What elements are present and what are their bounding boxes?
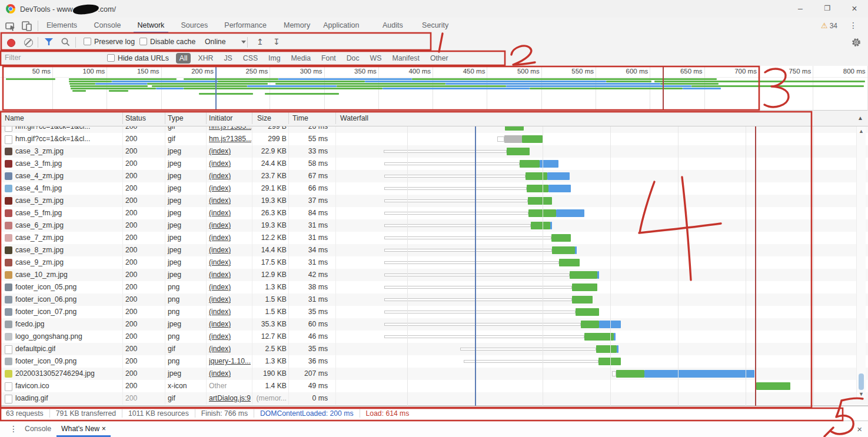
filter-pill-manifest[interactable]: Manifest <box>388 53 423 64</box>
table-row[interactable]: case_5_fm.jpg200jpeg(index)26.3 KB84 ms <box>0 207 868 219</box>
table-row[interactable]: case_4_fm.jpg200jpeg(index)29.1 KB66 ms <box>0 182 868 195</box>
column-header-size[interactable]: Size <box>257 111 271 126</box>
import-har-icon[interactable]: ↥ <box>257 37 264 46</box>
drawer-tab-console[interactable]: Console <box>25 421 51 437</box>
table-row[interactable]: footer_icon_06.png200png(index)1.5 KB31 … <box>0 293 868 306</box>
tab-security[interactable]: Security <box>421 18 449 34</box>
column-header-status[interactable]: Status <box>125 111 146 126</box>
cell-initiator[interactable]: (index) <box>209 331 231 343</box>
column-header-time[interactable]: Time <box>292 111 308 126</box>
filter-pill-other[interactable]: Other <box>427 53 452 64</box>
drawer-tab-whats-new[interactable]: What's New × <box>61 421 106 437</box>
disable-cache-checkbox[interactable]: Disable cache <box>139 38 195 46</box>
cell-initiator[interactable]: (index) <box>209 182 231 195</box>
checkbox[interactable] <box>139 38 147 45</box>
column-header-waterfall[interactable]: Waterfall <box>340 111 368 126</box>
table-row[interactable]: case_5_zm.jpg200jpeg(index)19.3 KB37 ms <box>0 195 868 207</box>
table-row[interactable]: 20200313052746294.jpg200jpeg(index)190 K… <box>0 368 868 380</box>
table-row[interactable]: footer_icon_07.png200png(index)1.5 KB35 … <box>0 306 868 318</box>
table-row[interactable]: case_7_zm.jpg200jpeg(index)12.2 KB31 ms <box>0 232 868 244</box>
table-row[interactable]: case_9_zm.jpg200jpeg(index)17.5 KB31 ms <box>0 256 868 269</box>
tab-console[interactable]: Console <box>94 18 122 34</box>
table-row[interactable]: fcedo.jpg200jpeg(index)35.3 KB60 ms <box>0 318 868 331</box>
export-har-icon[interactable]: ↧ <box>273 37 280 46</box>
cell-initiator[interactable]: (index) <box>209 244 231 256</box>
table-row[interactable]: logo_gongshang.png200png(index)12.7 KB46… <box>0 331 868 343</box>
cell-initiator[interactable]: (index) <box>209 343 231 355</box>
tab-close-icon[interactable]: × <box>102 425 106 433</box>
cell-initiator[interactable]: (index) <box>209 281 231 293</box>
cell-initiator[interactable]: (index) <box>209 318 231 331</box>
drawer-close-icon[interactable]: × <box>857 421 862 437</box>
filter-funnel-icon[interactable] <box>45 38 53 46</box>
table-row[interactable]: case_3_zm.jpg200jpeg(index)22.9 KB33 ms <box>0 145 868 158</box>
cell-initiator[interactable]: (index) <box>209 293 231 306</box>
minimize-button[interactable]: – <box>787 0 814 17</box>
close-button[interactable]: × <box>841 0 868 17</box>
tab-performance[interactable]: Performance <box>224 18 267 34</box>
cell-initiator[interactable]: (index) <box>209 232 231 244</box>
filter-pill-font[interactable]: Font <box>318 53 340 64</box>
search-icon[interactable] <box>61 38 70 46</box>
filter-pill-all[interactable]: All <box>176 53 191 64</box>
table-row[interactable]: case_3_fm.jpg200jpeg(index)24.4 KB58 ms <box>0 158 868 170</box>
filter-pill-img[interactable]: Img <box>265 53 284 64</box>
cell-initiator[interactable]: (index) <box>209 306 231 318</box>
record-network-log-button[interactable] <box>7 39 15 47</box>
device-toolbar-icon[interactable] <box>21 21 33 31</box>
column-header-initiator[interactable]: Initiator <box>209 111 232 126</box>
cell-initiator[interactable]: (index) <box>209 219 231 232</box>
table-row[interactable]: case_4_zm.jpg200jpeg(index)23.7 KB67 ms <box>0 170 868 182</box>
table-row[interactable]: favicon.ico200x-iconOther1.4 KB49 ms <box>0 380 868 392</box>
cell-initiator[interactable]: (index) <box>209 368 231 380</box>
cell-initiator[interactable]: (index) <box>209 170 231 182</box>
filter-pill-doc[interactable]: Doc <box>343 53 363 64</box>
throttling-dropdown[interactable]: Online <box>205 38 246 46</box>
console-warning-badge[interactable]: ⚠34 <box>821 18 837 34</box>
scroll-down-icon[interactable]: ▼ <box>858 391 864 397</box>
filter-input[interactable]: Filter <box>5 54 93 62</box>
checkbox[interactable] <box>84 38 91 45</box>
drawer-menu-icon[interactable]: ⋮ <box>9 421 18 437</box>
clear-network-log-icon[interactable] <box>24 38 33 47</box>
settings-gear-icon[interactable] <box>852 38 861 47</box>
table-row[interactable]: hm.gif?cc=1&ck=1&cl...200gifhm.js?1385..… <box>0 133 868 145</box>
maximize-button[interactable]: ❐ <box>814 0 841 17</box>
inspect-element-icon[interactable] <box>5 21 16 31</box>
tab-elements[interactable]: Elements <box>46 18 78 34</box>
tab-application[interactable]: Application <box>322 18 360 34</box>
preserve-log-checkbox[interactable]: Preserve log <box>84 38 135 46</box>
filter-pill-ws[interactable]: WS <box>367 53 385 64</box>
filter-pill-media[interactable]: Media <box>288 53 315 64</box>
table-row[interactable]: footer_icon_09.png200pngjquery-1.10...1.… <box>0 355 868 368</box>
table-row[interactable]: case_6_zm.jpg200jpeg(index)19.3 KB31 ms <box>0 219 868 232</box>
table-row[interactable]: defaultpic.gif200gif(index)2.5 KB35 ms <box>0 343 868 355</box>
network-overview-timeline[interactable]: 50 ms100 ms150 ms200 ms250 ms300 ms350 m… <box>0 66 868 111</box>
cell-initiator[interactable]: (index) <box>209 158 231 170</box>
tab-memory[interactable]: Memory <box>283 18 311 34</box>
table-row[interactable]: case_10_zm.jpg200jpeg(index)12.9 KB42 ms <box>0 269 868 281</box>
filter-pill-js[interactable]: JS <box>220 53 235 64</box>
cell-initiator[interactable]: (index) <box>209 145 231 158</box>
hide-data-urls-checkbox[interactable]: Hide data URLs <box>107 54 169 62</box>
devtools-menu-icon[interactable]: ⋮ <box>849 18 857 34</box>
cell-initiator[interactable]: (index) <box>209 195 231 207</box>
tab-sources[interactable]: Sources <box>180 18 208 34</box>
scroll-up-icon[interactable]: ▲ <box>858 128 864 134</box>
tab-audits[interactable]: Audits <box>382 18 404 34</box>
cell-initiator[interactable]: (index) <box>209 256 231 269</box>
vertical-scrollbar[interactable]: ▲ ▼ <box>856 126 866 399</box>
filter-pill-css[interactable]: CSS <box>240 53 261 64</box>
table-row[interactable]: hm.gif?cc=1&ck=1&cl...200gifhm.js?1385..… <box>0 126 868 133</box>
scrollbar-thumb[interactable] <box>859 373 864 390</box>
column-header-type[interactable]: Type <box>168 111 184 126</box>
filter-pill-xhr[interactable]: XHR <box>194 53 217 64</box>
tab-network[interactable]: Network <box>137 18 165 34</box>
table-row[interactable]: footer_icon_05.png200png(index)1.3 KB38 … <box>0 281 868 293</box>
cell-initiator[interactable]: (index) <box>209 269 231 281</box>
checkbox[interactable] <box>107 54 115 62</box>
table-row[interactable]: loading.gif200gifartDialog.js:9(memor...… <box>0 392 868 405</box>
table-row[interactable]: case_8_zm.jpg200jpeg(index)14.4 KB34 ms <box>0 244 868 256</box>
cell-initiator[interactable]: (index) <box>209 207 231 219</box>
column-header-name[interactable]: Name <box>5 111 24 126</box>
